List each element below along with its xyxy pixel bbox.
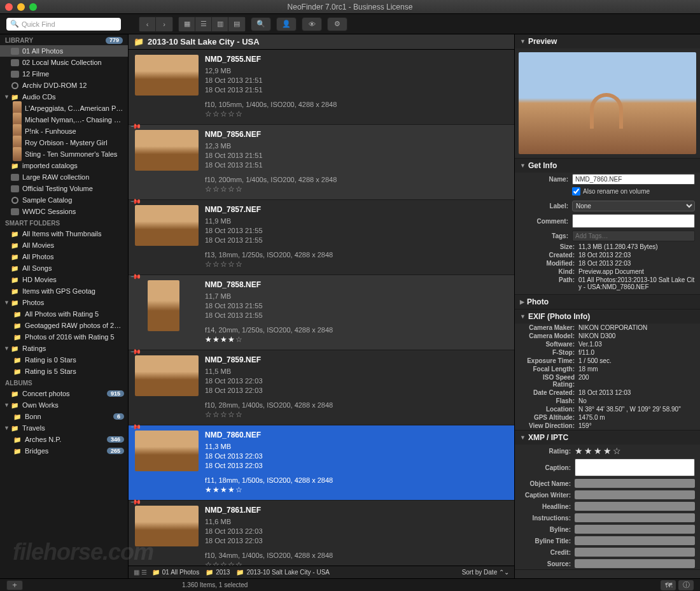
sidebar-item[interactable]: 01 All Photos [0, 45, 128, 57]
find-button[interactable]: 🔍 [251, 17, 271, 31]
photo-section-header[interactable]: ▶Photo [515, 295, 700, 309]
sidebar-item[interactable]: ▼📁Travels [0, 422, 128, 434]
sidebar-item[interactable]: 📁Photos of 2016 with Rating 5 [0, 331, 128, 343]
map-toggle-button[interactable]: 🗺 [661, 580, 676, 590]
iptc-field[interactable] [575, 502, 695, 511]
minimize-window-button[interactable] [17, 3, 25, 11]
iptc-field[interactable] [575, 548, 695, 557]
sidebar-item[interactable]: 02 Local Music Collection [0, 57, 128, 68]
iptc-field[interactable] [575, 525, 695, 534]
gallery-view-button[interactable]: ▤ [228, 17, 245, 31]
sidebar-item[interactable]: Official Testing Volume [0, 183, 128, 194]
sidebar-item[interactable]: 📁All Photos [0, 251, 128, 262]
sfolder-icon: 📁 [10, 264, 19, 273]
file-exif: f10, 105mm, 1/400s, ISO200, 4288 x 2848 [205, 100, 508, 110]
breadcrumb-item[interactable]: 📁2013 [206, 569, 230, 576]
sidebar-item[interactable]: ▼📁Own Works [0, 399, 128, 411]
forward-button[interactable]: › [156, 17, 172, 31]
sidebar-item[interactable]: 📁Items with GPS Geotag [0, 285, 128, 297]
people-button[interactable]: 👤 [276, 17, 297, 31]
sidebar-item[interactable]: 📁Rating is 5 Stars [0, 366, 128, 377]
iptc-field[interactable] [575, 513, 695, 522]
sidebar-item[interactable]: 📁Rating is 0 Stars [0, 354, 128, 366]
file-rating[interactable]: ★★★★☆ [205, 335, 508, 345]
exif-section-header[interactable]: ▼EXIF (Photo Info) [515, 310, 700, 324]
file-size: 12,9 MB [205, 66, 508, 76]
list-view-button[interactable]: ☰ [195, 17, 212, 31]
sidebar-item[interactable]: Sample Catalog [0, 194, 128, 206]
sidebar-item[interactable]: 📁Geotagged RAW photos of 2013 [0, 320, 128, 331]
breadcrumb-item[interactable]: 📁01 All Photos [152, 569, 199, 576]
sidebar-item[interactable]: 📁Bonn6 [0, 411, 128, 422]
sidebar-item[interactable]: 📁All Movies [0, 239, 128, 251]
sidebar-item[interactable]: 📁Concert photos915 [0, 388, 128, 399]
iptc-field[interactable] [575, 479, 695, 488]
sidebar-item[interactable]: ▼📁Photos [0, 297, 128, 308]
label-select[interactable]: None [572, 201, 695, 211]
file-date: 18 Oct 2013 22:03 [205, 527, 508, 536]
sidebar-item[interactable]: 📁Bridges265 [0, 445, 128, 457]
rating-stars[interactable]: ★★★★☆ [575, 446, 622, 456]
sort-selector[interactable]: Sort by Date ⌃⌄ [462, 569, 509, 576]
zoom-window-button[interactable] [29, 3, 37, 11]
file-rating[interactable]: ☆☆☆☆☆ [205, 260, 508, 269]
folder-icon: 📁 [10, 161, 19, 170]
close-window-button[interactable] [5, 3, 13, 11]
iptc-field[interactable] [575, 490, 695, 499]
sidebar-item[interactable]: WWDC Sessions [0, 206, 128, 217]
thumb-icon [13, 115, 22, 124]
sidebar-item[interactable]: 📁All Items with Thumbnails [0, 228, 128, 239]
grid-view-button[interactable]: ▦ [179, 17, 195, 31]
file-rating[interactable]: ☆☆☆☆☆ [205, 110, 508, 119]
quicklook-button[interactable]: 👁 [302, 17, 322, 31]
file-row[interactable]: 📌NMD_7860.NEF11,3 MB18 Oct 2013 22:0318 … [129, 425, 514, 501]
sfolder-icon: 📁 [13, 367, 22, 376]
exif-value: No [578, 397, 695, 404]
sfolder-icon: 📁 [13, 355, 22, 364]
xmp-section-header[interactable]: ▼XMP / IPTC [515, 431, 700, 445]
add-button[interactable]: + [6, 580, 23, 590]
view-toggle-icon[interactable]: ▦ ☰ [134, 569, 147, 576]
file-row[interactable]: 📌NMD_7855.NEF12,9 MB18 Oct 2013 21:5118 … [129, 50, 514, 125]
sidebar-item[interactable]: Archiv DVD-ROM 12 [0, 80, 128, 91]
search-icon: 🔍 [10, 20, 19, 28]
file-exif: f10, 28mm, 1/400s, ISO200, 4288 x 2848 [205, 401, 508, 410]
file-row[interactable]: 📌NMD_7856.NEF12,3 MB18 Oct 2013 21:5118 … [129, 125, 514, 200]
iptc-field[interactable] [575, 459, 695, 476]
info-toggle-button[interactable]: ⓘ [678, 580, 694, 590]
settings-button[interactable]: ⚙ [327, 17, 347, 31]
sidebar-item[interactable]: 📁HD Movies [0, 274, 128, 285]
tags-field[interactable] [572, 231, 695, 241]
file-rating[interactable]: ☆☆☆☆☆ [205, 560, 508, 566]
sidebar-item[interactable]: Large RAW collection [0, 171, 128, 183]
exif-value: f/11.0 [578, 349, 695, 356]
sidebar-item[interactable]: 📁All Photos with Rating 5 [0, 308, 128, 320]
file-row[interactable]: 📌NMD_7859.NEF11,5 MB18 Oct 2013 22:0318 … [129, 350, 514, 425]
sidebar-item[interactable]: 📁Arches N.P.346 [0, 434, 128, 445]
file-row[interactable]: 📌NMD_7858.NEF11,7 MB18 Oct 2013 21:5518 … [129, 275, 514, 350]
folder-icon: 📁 [152, 569, 160, 576]
file-rating[interactable]: ★★★★☆ [205, 485, 508, 495]
iptc-field[interactable] [575, 536, 695, 545]
folder-header: 📁 2013-10 Salt Lake City - USA [129, 34, 514, 50]
comment-field[interactable] [572, 214, 695, 228]
file-list[interactable]: 📌NMD_7855.NEF12,9 MB18 Oct 2013 21:5118 … [129, 50, 514, 566]
iptc-field[interactable] [575, 559, 695, 568]
file-rating[interactable]: ☆☆☆☆☆ [205, 185, 508, 194]
rename-on-volume-checkbox[interactable] [572, 187, 580, 196]
sidebar-item[interactable]: Sting - Ten Summoner's Tales [0, 148, 128, 160]
sidebar-item[interactable]: 📁imported catalogs [0, 160, 128, 171]
file-row[interactable]: 📌NMD_7861.NEF11,6 MB18 Oct 2013 22:0318 … [129, 501, 514, 566]
quick-find-input[interactable]: 🔍 Quick Find [6, 18, 121, 31]
getinfo-section-header[interactable]: ▼Get Info [515, 159, 700, 173]
breadcrumb-item[interactable]: 📁2013-10 Salt Lake City - USA [236, 569, 330, 576]
file-row[interactable]: 📌NMD_7857.NEF11,9 MB18 Oct 2013 21:5518 … [129, 200, 514, 275]
file-rating[interactable]: ☆☆☆☆☆ [205, 410, 508, 420]
sidebar-item[interactable]: 📁All Songs [0, 262, 128, 274]
name-field[interactable] [572, 174, 695, 185]
sidebar-item[interactable]: ▼📁Ratings [0, 343, 128, 354]
column-view-button[interactable]: ▥ [212, 17, 228, 31]
sidebar-item[interactable]: 12 Filme [0, 68, 128, 80]
preview-section-header[interactable]: ▼Preview [515, 34, 700, 48]
back-button[interactable]: ‹ [139, 17, 156, 31]
